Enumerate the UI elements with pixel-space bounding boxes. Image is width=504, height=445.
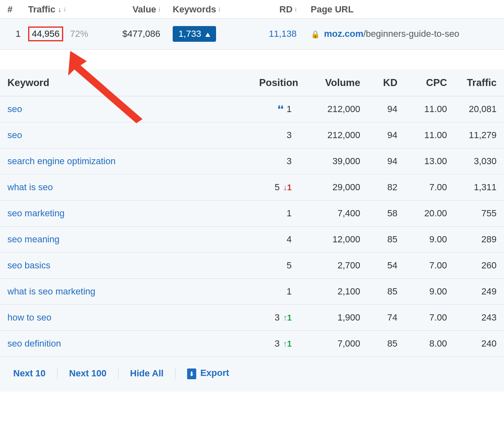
traffic-cell: 249: [447, 286, 497, 297]
position-cell: 3: [236, 156, 298, 167]
url-path[interactable]: /beginners-guide-to-seo: [363, 29, 459, 39]
keyword-link[interactable]: search engine optimization: [7, 156, 116, 166]
traffic-cell: 755: [447, 208, 497, 219]
keyword-link[interactable]: what is seo: [7, 182, 53, 192]
table-row: how to seo3↑11,900747.00243: [0, 305, 504, 331]
position-cell: 3↑1: [236, 312, 298, 323]
table-row: seo❛❛1212,0009411.0020,081: [0, 96, 504, 122]
th-position[interactable]: Position: [236, 77, 298, 89]
th-volume[interactable]: Volume: [298, 77, 360, 89]
keyword-link[interactable]: seo meaning: [7, 234, 59, 244]
cpc-cell: 13.00: [397, 156, 447, 167]
keyword-link[interactable]: seo basics: [7, 260, 50, 270]
traffic-cell: 240: [447, 338, 497, 349]
col-header-rd[interactable]: RD i: [239, 4, 301, 15]
volume-cell: 7,400: [298, 208, 360, 219]
cpc-cell: 9.00: [397, 234, 447, 245]
position-value: 1: [287, 208, 292, 219]
info-icon[interactable]: i: [64, 6, 66, 13]
table-row: seo meaning412,000859.00289: [0, 227, 504, 253]
keywords-table: Keyword Position Volume KD CPC Traffic s…: [0, 69, 504, 392]
value-cell: $477,086: [111, 29, 173, 39]
next-100-button[interactable]: Next 100: [63, 366, 112, 381]
keyword-link[interactable]: how to seo: [7, 312, 51, 323]
cpc-cell: 8.00: [397, 338, 447, 349]
position-value: 5: [287, 260, 292, 271]
keyword-link[interactable]: seo: [7, 130, 22, 140]
kd-cell: 94: [360, 156, 397, 167]
volume-cell: 39,000: [298, 156, 360, 167]
kd-cell: 94: [360, 130, 397, 141]
col-header-url[interactable]: Page URL: [301, 4, 497, 15]
position-cell: 5↓1: [236, 182, 298, 193]
next-10-button[interactable]: Next 10: [7, 366, 51, 381]
serp-feature-icon: ❛❛: [278, 104, 283, 115]
lock-icon: 🔒: [311, 30, 320, 38]
position-cell: ❛❛1: [236, 104, 298, 115]
th-traffic[interactable]: Traffic: [447, 77, 497, 89]
table-row: what is seo marketing12,100859.00249: [0, 279, 504, 305]
th-keyword[interactable]: Keyword: [7, 77, 236, 89]
traffic-cell: 243: [447, 312, 497, 323]
keyword-link[interactable]: what is seo marketing: [7, 286, 95, 297]
download-icon: ⬇: [187, 368, 196, 379]
keywords-table-header: Keyword Position Volume KD CPC Traffic: [0, 69, 504, 96]
cpc-cell: 7.00: [397, 260, 447, 271]
hide-all-button[interactable]: Hide All: [124, 366, 169, 381]
col-header-index[interactable]: #: [7, 4, 28, 15]
position-value: 3: [287, 130, 292, 141]
position-value: 3: [275, 312, 280, 323]
volume-cell: 2,700: [298, 260, 360, 271]
position-value: 5: [275, 182, 280, 193]
position-delta: ↑1: [283, 313, 292, 323]
position-delta: ↑1: [283, 339, 292, 349]
summary-header: # Traffic ↓ i Value i Keywords i RD i Pa…: [0, 0, 504, 19]
traffic-cell: 3,030: [447, 156, 497, 167]
volume-cell: 1,900: [298, 312, 360, 323]
traffic-cell: 11,279: [447, 130, 497, 141]
table-row: seo3212,0009411.0011,279: [0, 122, 504, 148]
keywords-cell[interactable]: 1,733: [173, 26, 239, 42]
url-host[interactable]: moz.com: [324, 29, 363, 39]
volume-cell: 7,000: [298, 338, 360, 349]
cpc-cell: 7.00: [397, 312, 447, 323]
position-value: 1: [287, 286, 292, 297]
export-button[interactable]: ⬇Export: [181, 365, 235, 382]
col-header-keywords[interactable]: Keywords i: [173, 4, 239, 15]
keyword-link[interactable]: seo: [7, 104, 22, 114]
volume-cell: 212,000: [298, 130, 360, 141]
traffic-cell: 1,311: [447, 182, 497, 193]
table-row: seo definition3↑17,000858.00240: [0, 331, 504, 357]
position-value: 1: [287, 104, 292, 115]
keywords-badge[interactable]: 1,733: [173, 26, 216, 42]
cpc-cell: 11.00: [397, 130, 447, 141]
divider: [118, 368, 119, 379]
col-header-traffic[interactable]: Traffic ↓ i: [28, 4, 111, 15]
cpc-cell: 9.00: [397, 286, 447, 297]
info-icon[interactable]: i: [159, 6, 160, 13]
traffic-percent: 72%: [70, 29, 88, 39]
kd-cell: 74: [360, 312, 397, 323]
table-row: seo basics52,700547.00260: [0, 253, 504, 279]
traffic-cell: 44,956 72%: [28, 26, 111, 41]
keyword-link[interactable]: seo marketing: [7, 208, 64, 218]
position-delta: ↓1: [283, 183, 292, 192]
kd-cell: 82: [360, 182, 397, 193]
cpc-cell: 20.00: [397, 208, 447, 219]
divider: [57, 368, 57, 379]
page-url-cell[interactable]: 🔒 moz.com/beginners-guide-to-seo: [301, 29, 497, 39]
traffic-value-highlighted: 44,956: [28, 26, 63, 41]
position-value: 3: [287, 156, 292, 167]
info-icon[interactable]: i: [219, 6, 220, 13]
kd-cell: 85: [360, 286, 397, 297]
col-header-value[interactable]: Value i: [111, 4, 173, 15]
divider: [175, 368, 176, 379]
position-cell: 1: [236, 286, 298, 297]
keyword-link[interactable]: seo definition: [7, 338, 61, 349]
th-cpc[interactable]: CPC: [397, 77, 447, 89]
th-kd[interactable]: KD: [360, 77, 397, 89]
traffic-cell: 260: [447, 260, 497, 271]
rd-cell[interactable]: 11,138: [239, 29, 301, 39]
info-icon[interactable]: i: [295, 6, 297, 13]
position-value: 4: [287, 234, 292, 245]
